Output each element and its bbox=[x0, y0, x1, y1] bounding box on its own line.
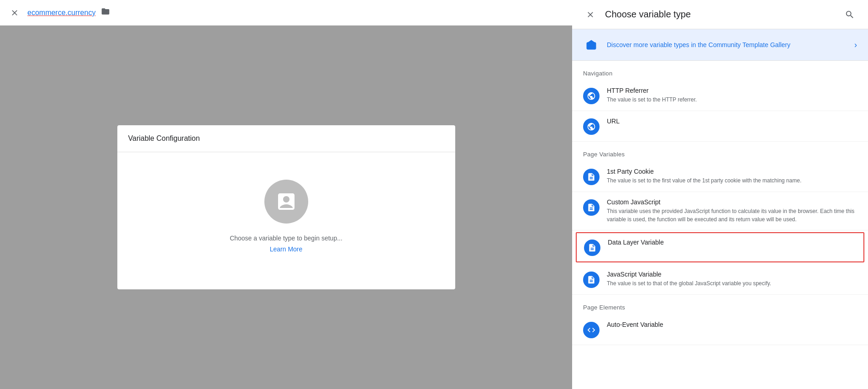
custom-js-desc: This variable uses the provided JavaScri… bbox=[607, 207, 857, 224]
auto-event-icon bbox=[583, 322, 600, 338]
list-item[interactable]: JavaScript Variable The value is set to … bbox=[572, 264, 868, 295]
card-header: Variable Configuration bbox=[117, 125, 455, 152]
list-item[interactable]: URL bbox=[572, 111, 868, 142]
chevron-right-icon: › bbox=[854, 40, 857, 50]
custom-js-name: Custom JavaScript bbox=[607, 198, 857, 206]
list-item[interactable]: Data Layer Variable bbox=[576, 232, 864, 262]
card-body: Choose a variable type to begin setup...… bbox=[117, 152, 455, 289]
http-referrer-icon bbox=[583, 88, 600, 104]
data-layer-icon bbox=[584, 240, 600, 256]
js-variable-desc: The value is set to that of the global J… bbox=[607, 279, 857, 288]
url-icon bbox=[583, 118, 600, 135]
js-variable-name: JavaScript Variable bbox=[607, 271, 857, 278]
data-layer-name: Data Layer Variable bbox=[608, 239, 856, 246]
http-referrer-desc: The value is set to the HTTP referrer. bbox=[607, 96, 857, 104]
list-item[interactable]: HTTP Referrer The value is set to the HT… bbox=[572, 80, 868, 111]
card-header-text: Variable Configuration bbox=[128, 134, 200, 142]
panel-header-left: Choose variable type bbox=[583, 7, 691, 22]
list-item[interactable]: Custom JavaScript This variable uses the… bbox=[572, 192, 868, 230]
main-content: Variable Configuration Choose a variable… bbox=[0, 26, 572, 389]
community-banner-text: Discover more variable types in the Comm… bbox=[607, 41, 854, 48]
search-icon[interactable] bbox=[842, 7, 857, 22]
auto-event-info: Auto-Event Variable bbox=[607, 321, 857, 330]
panel-title: Choose variable type bbox=[605, 9, 691, 20]
custom-js-info: Custom JavaScript This variable uses the… bbox=[607, 198, 857, 224]
page-title[interactable]: ecommerce.currency bbox=[27, 9, 95, 17]
list-item[interactable]: 1st Party Cookie The value is set to the… bbox=[572, 161, 868, 192]
learn-more-link[interactable]: Learn More bbox=[270, 245, 303, 253]
cookie-info: 1st Party Cookie The value is set to the… bbox=[607, 168, 857, 185]
community-banner-icon bbox=[583, 37, 600, 53]
cookie-name: 1st Party Cookie bbox=[607, 168, 857, 175]
placeholder-icon bbox=[264, 180, 308, 224]
auto-event-name: Auto-Event Variable bbox=[607, 321, 857, 328]
close-button[interactable] bbox=[7, 5, 22, 20]
cookie-icon bbox=[583, 169, 600, 185]
left-panel: ecommerce.currency Variable Configuratio… bbox=[0, 0, 572, 389]
section-page-variables: Page Variables bbox=[572, 142, 868, 161]
cookie-desc: The value is set to the first value of t… bbox=[607, 176, 857, 185]
js-variable-info: JavaScript Variable The value is set to … bbox=[607, 271, 857, 288]
section-navigation: Navigation bbox=[572, 61, 868, 80]
panel-header: Choose variable type bbox=[572, 0, 868, 29]
url-info: URL bbox=[607, 117, 857, 126]
top-bar: ecommerce.currency bbox=[0, 0, 572, 26]
js-variable-icon bbox=[583, 272, 600, 288]
section-page-elements: Page Elements bbox=[572, 295, 868, 314]
panel-body[interactable]: Discover more variable types in the Comm… bbox=[572, 29, 868, 389]
data-layer-info: Data Layer Variable bbox=[608, 239, 856, 247]
community-banner[interactable]: Discover more variable types in the Comm… bbox=[572, 29, 868, 61]
http-referrer-name: HTTP Referrer bbox=[607, 87, 857, 94]
list-item[interactable]: Auto-Event Variable bbox=[572, 314, 868, 345]
folder-icon[interactable] bbox=[101, 7, 110, 18]
http-referrer-info: HTTP Referrer The value is set to the HT… bbox=[607, 87, 857, 104]
choose-text: Choose a variable type to begin setup... bbox=[230, 234, 342, 242]
variable-config-card: Variable Configuration Choose a variable… bbox=[117, 125, 455, 289]
custom-js-icon bbox=[583, 199, 600, 216]
url-name: URL bbox=[607, 117, 857, 125]
panel-close-button[interactable] bbox=[583, 7, 598, 22]
right-panel: Choose variable type Discover more varia… bbox=[572, 0, 868, 389]
